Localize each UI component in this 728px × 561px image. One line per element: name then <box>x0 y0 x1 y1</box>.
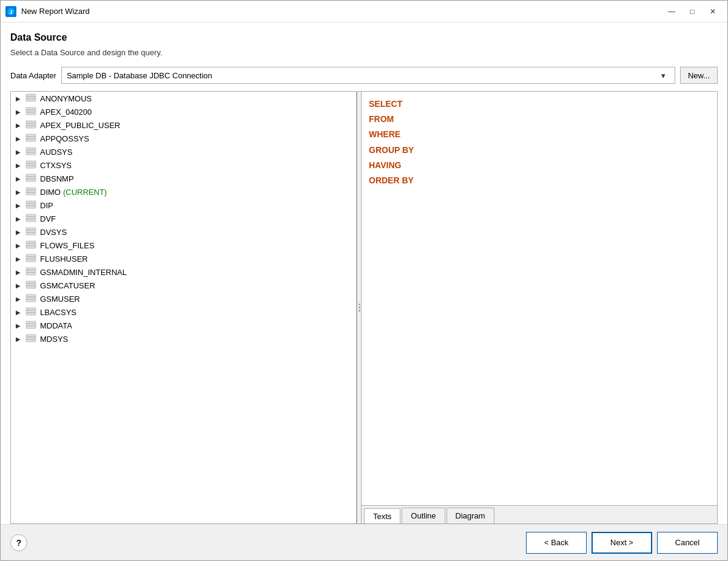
sql-editor[interactable]: SELECTFROMWHEREGROUP BYHAVINGORDER BY <box>362 92 717 505</box>
svg-rect-17 <box>26 161 36 163</box>
list-item[interactable]: ▶ GSMCATUSER <box>11 279 356 292</box>
schema-name-label: MDDATA <box>40 321 72 330</box>
list-item[interactable]: ▶ DIP <box>11 199 356 212</box>
sql-tabs: TextsOutlineDiagram <box>362 505 717 523</box>
adapter-row: Data Adapter Sample DB - Database JDBC C… <box>10 67 718 84</box>
new-adapter-button[interactable]: New... <box>680 67 718 84</box>
expand-arrow-icon: ▶ <box>13 160 23 170</box>
schema-db-icon <box>25 120 38 130</box>
svg-rect-14 <box>26 148 36 150</box>
close-button[interactable]: ✕ <box>703 4 723 19</box>
schema-db-icon <box>25 280 38 290</box>
svg-rect-53 <box>26 321 36 324</box>
list-item[interactable]: ▶ CTXSYS <box>11 158 356 172</box>
footer-buttons: < Back Next > Cancel <box>526 532 718 554</box>
schema-name-label: FLOWS_FILES <box>40 241 95 250</box>
svg-rect-34 <box>26 233 36 235</box>
svg-rect-38 <box>26 254 36 257</box>
svg-rect-24 <box>26 190 36 192</box>
svg-rect-36 <box>26 243 36 246</box>
help-button[interactable]: ? <box>10 534 27 551</box>
list-item[interactable]: ▶ FLUSHUSER <box>11 252 356 265</box>
list-item[interactable]: ▶ LBACSYS <box>11 305 356 319</box>
svg-rect-31 <box>26 219 36 222</box>
sql-keyword-line: WHERE <box>369 127 710 142</box>
sql-keyword-line: GROUP BY <box>369 143 710 158</box>
svg-rect-20 <box>26 174 36 177</box>
list-item[interactable]: ▶ ANONYMOUS <box>11 92 356 105</box>
adapter-dropdown[interactable]: Sample DB - Database JDBC Connection ▾ <box>61 67 675 84</box>
window-title: New Report Wizard <box>21 7 662 16</box>
schema-db-icon <box>25 200 38 210</box>
list-item[interactable]: ▶ AUDSYS <box>11 145 356 158</box>
page-subtitle: Select a Data Source and design the quer… <box>10 48 718 57</box>
svg-rect-47 <box>26 294 36 297</box>
schema-db-icon <box>25 134 38 143</box>
schema-name-label: GSMUSER <box>40 294 80 304</box>
list-item[interactable]: ▶ GSMADMIN_INTERNAL <box>11 265 356 279</box>
list-item[interactable]: ▶ DVSYS <box>11 225 356 239</box>
expand-arrow-icon: ▶ <box>13 174 23 183</box>
adapter-label: Data Adapter <box>10 71 56 80</box>
list-item[interactable]: ▶ GSMUSER <box>11 292 356 305</box>
current-tag-label: (CURRENT) <box>63 188 107 197</box>
schema-name-label: GSMADMIN_INTERNAL <box>40 268 127 277</box>
svg-rect-4 <box>26 99 36 101</box>
svg-rect-46 <box>26 286 36 288</box>
tab-diagram[interactable]: Diagram <box>447 508 494 523</box>
svg-rect-27 <box>26 203 36 206</box>
svg-rect-28 <box>26 206 36 208</box>
expand-arrow-icon: ▶ <box>13 120 23 130</box>
list-item[interactable]: ▶ MDSYS <box>11 332 356 345</box>
svg-rect-26 <box>26 201 36 203</box>
main-panels: ▶ ANONYMOUS▶ APEX_040200▶ APEX_PUBLIC_US… <box>10 91 718 524</box>
back-button[interactable]: < Back <box>526 532 587 554</box>
svg-rect-21 <box>26 177 36 179</box>
cancel-button[interactable]: Cancel <box>657 532 718 554</box>
list-item[interactable]: ▶ APPQOSSYS <box>11 132 356 145</box>
schema-db-icon <box>25 334 38 344</box>
footer: ? < Back Next > Cancel <box>1 524 727 560</box>
list-item[interactable]: ▶ FLOWS_FILES <box>11 239 356 252</box>
svg-rect-29 <box>26 214 36 217</box>
svg-rect-50 <box>26 308 36 310</box>
resize-handle[interactable] <box>357 92 362 523</box>
schema-db-icon <box>25 147 38 157</box>
svg-rect-48 <box>26 297 36 299</box>
list-item[interactable]: ▶ APEX_PUBLIC_USER <box>11 118 356 132</box>
resize-dot-2 <box>359 307 360 308</box>
list-item[interactable]: ▶ DVF <box>11 212 356 225</box>
adapter-value: Sample DB - Database JDBC Connection <box>67 71 658 80</box>
app-icon: J <box>5 6 16 17</box>
schema-list[interactable]: ▶ ANONYMOUS▶ APEX_040200▶ APEX_PUBLIC_US… <box>11 92 356 523</box>
tab-outline[interactable]: Outline <box>402 508 445 523</box>
svg-rect-37 <box>26 246 36 248</box>
schema-name-label: MDSYS <box>40 335 68 344</box>
tab-texts[interactable]: Texts <box>364 508 400 523</box>
title-bar: J New Report Wizard — □ ✕ <box>1 1 727 22</box>
schema-name-label: DVSYS <box>40 228 67 237</box>
schema-db-icon <box>25 160 38 170</box>
expand-arrow-icon: ▶ <box>13 267 23 277</box>
minimize-button[interactable]: — <box>662 4 681 19</box>
page-title: Data Source <box>10 32 718 43</box>
list-item[interactable]: ▶ DIMO (CURRENT) <box>11 185 356 199</box>
svg-rect-56 <box>26 335 36 337</box>
schema-db-icon <box>25 294 38 304</box>
resize-dot-3 <box>359 310 360 311</box>
next-button[interactable]: Next > <box>592 532 652 554</box>
svg-rect-39 <box>26 257 36 259</box>
panels-wrapper: ▶ ANONYMOUS▶ APEX_040200▶ APEX_PUBLIC_US… <box>10 91 718 524</box>
list-item[interactable]: ▶ MDDATA <box>11 319 356 332</box>
list-item[interactable]: ▶ DBSNMP <box>11 172 356 185</box>
svg-rect-9 <box>26 123 36 126</box>
schema-db-icon <box>25 214 38 223</box>
maximize-button[interactable]: □ <box>682 4 702 19</box>
main-window: J New Report Wizard — □ ✕ Data Source Se… <box>0 0 728 561</box>
expand-arrow-icon: ▶ <box>13 294 23 304</box>
svg-rect-30 <box>26 217 36 219</box>
window-controls: — □ ✕ <box>662 4 723 19</box>
svg-rect-42 <box>26 270 36 273</box>
schema-name-label: AUDSYS <box>40 148 72 157</box>
list-item[interactable]: ▶ APEX_040200 <box>11 105 356 118</box>
